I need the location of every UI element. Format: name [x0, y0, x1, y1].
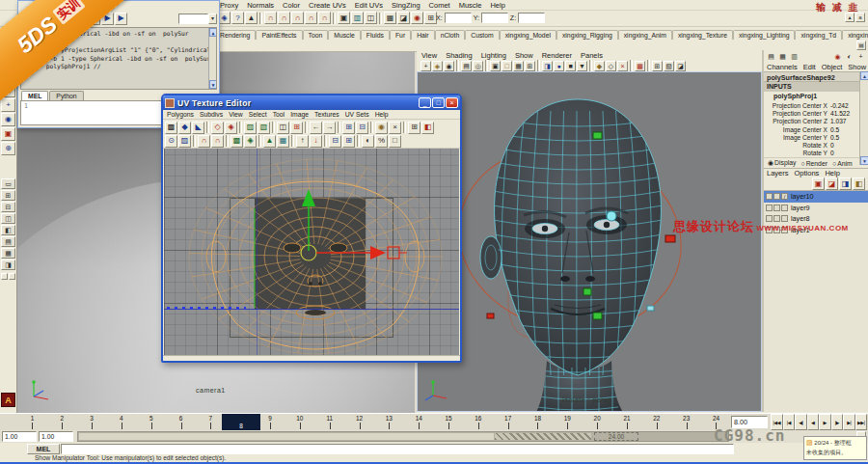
scroll-down-icon[interactable]: ▼	[860, 156, 868, 165]
layout-uvs-icon[interactable]: ◫	[277, 122, 289, 134]
scroll-down-icon[interactable]: ▼	[209, 80, 217, 89]
chevron-down-icon[interactable]: ▾	[208, 14, 217, 24]
split-uvs-icon[interactable]: ▧	[258, 122, 270, 134]
frame-slot-14[interactable]: 14	[404, 414, 434, 430]
frame-slot-5[interactable]: 5	[136, 414, 166, 430]
frame-slot-3[interactable]: 3	[77, 414, 107, 430]
layers-menu-help[interactable]: Help	[825, 169, 839, 177]
range-slider-track[interactable]: 24.00	[77, 431, 729, 442]
uv-menu-select[interactable]: Select	[249, 111, 267, 118]
single-pane-layout-icon[interactable]: ▭	[1, 178, 15, 189]
layout-next-icon[interactable]: ·	[9, 273, 15, 280]
shelf-tab-fluids[interactable]: Fluids	[361, 30, 390, 40]
ipr-render-icon[interactable]: ◪	[397, 12, 410, 24]
xray-icon[interactable]: ◪	[675, 61, 686, 71]
align-left-icon[interactable]: ←	[310, 122, 322, 134]
texture-view-icon[interactable]: ▧	[664, 61, 674, 71]
layers-menu-options[interactable]: Options	[795, 169, 820, 177]
unfold-uvs-icon[interactable]: ▩	[231, 135, 243, 148]
menu-help[interactable]: Help	[490, 1, 504, 10]
layer-item-layer10[interactable]: /layer10	[764, 191, 868, 203]
snap-to-view-icon[interactable]: ∩	[318, 12, 331, 24]
menu-create-uvs[interactable]: Create UVs	[309, 1, 346, 10]
layer-toggle-icon[interactable]	[766, 193, 773, 200]
use-lights-icon[interactable]: ⊞	[525, 61, 535, 71]
persp-viewport[interactable]: Isolate : persp	[417, 71, 762, 412]
uv-menu-tool[interactable]: Tool	[273, 111, 285, 118]
inputs-section-header[interactable]: INPUTS	[764, 82, 868, 92]
grid-toggle-icon[interactable]: ⊞	[408, 122, 420, 134]
attribute-value[interactable]: -0.242	[827, 102, 849, 109]
shaded-icon[interactable]: □	[502, 61, 512, 71]
two-pane-stacked-layout-icon[interactable]: ⊟	[1, 202, 15, 212]
minimize-button[interactable]: _	[419, 97, 431, 108]
rotate-uv-ccw-icon[interactable]: ◣	[192, 122, 204, 134]
persp-menu-lighting[interactable]: Lighting	[481, 51, 506, 60]
menu-normals[interactable]: Normals	[247, 1, 274, 10]
frame-ruler[interactable]: 123456789101112131415161718192021222324	[17, 414, 731, 430]
y-input[interactable]	[481, 13, 508, 23]
scale-tool-icon[interactable]: ▣	[1, 127, 15, 141]
play-forward-button[interactable]: ▶	[819, 414, 831, 430]
persp-outliner-layout-icon[interactable]: ◧	[1, 225, 15, 235]
channel-menu-show[interactable]: Show	[848, 63, 866, 71]
frame-slot-18[interactable]: 18	[523, 414, 553, 430]
output-connections-icon[interactable]: ▥	[351, 12, 364, 24]
frame-slot-23[interactable]: 23	[671, 414, 701, 430]
uv-menu-subdivs[interactable]: Subdivs	[200, 111, 223, 118]
layer-toggle-icon[interactable]	[766, 205, 773, 211]
script-output-scrollbar[interactable]: ▲ ▼	[208, 28, 216, 89]
medium-quality-icon[interactable]: ◇	[606, 61, 616, 71]
two-pane-side-layout-icon[interactable]: ◫	[1, 213, 15, 224]
playback-start-field[interactable]: 1.00	[2, 431, 37, 442]
play-backwards-button[interactable]: ◀	[807, 414, 820, 430]
menu-edit-uvs[interactable]: Edit UVs	[355, 1, 383, 10]
persp-menu-renderer[interactable]: Renderer	[542, 51, 572, 60]
bookmarks-icon[interactable]: ▤	[461, 61, 472, 71]
command-input[interactable]	[61, 444, 734, 454]
help-mode-icon[interactable]: ?	[231, 12, 244, 24]
flip-v-icon[interactable]: ◆	[178, 122, 191, 134]
shelf-tab-muscle[interactable]: Muscle	[328, 30, 361, 40]
script-tab-mel[interactable]: MEL	[21, 91, 48, 100]
shade-uvs-icon[interactable]: ▨	[178, 135, 191, 148]
animation-start-field[interactable]: 1.00	[39, 431, 73, 442]
layer-move-down-icon[interactable]: ◧	[853, 177, 865, 190]
shelf-tab-xingxing-texture[interactable]: xingxing_Texture	[672, 30, 733, 40]
sew-uv-edges-icon[interactable]: ▨	[244, 122, 257, 134]
low-quality-icon[interactable]: ◆	[594, 61, 605, 71]
shelf-tab-custom[interactable]: Custom	[465, 30, 499, 40]
construction-history-icon[interactable]: ◫	[365, 12, 377, 24]
textured-icon[interactable]: ▦	[513, 61, 524, 71]
snap-uv-grid-icon[interactable]: ∩	[198, 135, 210, 148]
uv-menu-help[interactable]: Help	[375, 111, 389, 118]
radio-render[interactable]: ○Render	[800, 160, 827, 167]
texture-toggle-icon[interactable]: ◧	[421, 122, 434, 134]
frame-slot-21[interactable]: 21	[612, 414, 642, 430]
shelf-editor-icon[interactable]: ▤	[856, 41, 866, 50]
render-view-icon[interactable]: ▦	[384, 12, 396, 24]
shelf-tab-painteffects[interactable]: PaintEffects	[256, 30, 302, 40]
layout-prev-icon[interactable]: ·	[1, 273, 8, 280]
attribute-value[interactable]: 0	[827, 142, 834, 149]
camera-attributes-icon[interactable]: ◉	[444, 61, 454, 71]
isolate-select-icon[interactable]: ▩	[635, 61, 645, 71]
persp-menu-shading[interactable]: Shading	[446, 51, 473, 60]
current-frame-marker[interactable]: 8	[222, 414, 260, 430]
menu-comet[interactable]: Comet	[429, 1, 450, 10]
input-node-name[interactable]: polySphProj1	[764, 92, 868, 101]
frame-slot-4[interactable]: 4	[106, 414, 136, 430]
attribute-value[interactable]: 1.037	[827, 118, 847, 124]
mel-button[interactable]: MEL	[27, 444, 60, 454]
rotate-tool-icon[interactable]: ◉	[1, 113, 15, 126]
high-quality-icon[interactable]: ×	[617, 61, 628, 71]
shelf-tab-xingxing-render[interactable]: xingxing_Render	[842, 30, 868, 40]
shelf-tab-rendering[interactable]: Rendering	[214, 30, 256, 40]
script-search-input[interactable]	[178, 14, 208, 24]
field-chart-icon[interactable]: ■	[565, 61, 576, 71]
script-tab-python[interactable]: Python	[49, 91, 83, 100]
move-uv-shell-icon[interactable]: ▲	[263, 135, 276, 148]
frame-slot-20[interactable]: 20	[583, 414, 612, 430]
new-layer-assign-icon[interactable]: ◪	[826, 177, 838, 190]
attribute-value[interactable]: 0.5	[827, 134, 839, 141]
